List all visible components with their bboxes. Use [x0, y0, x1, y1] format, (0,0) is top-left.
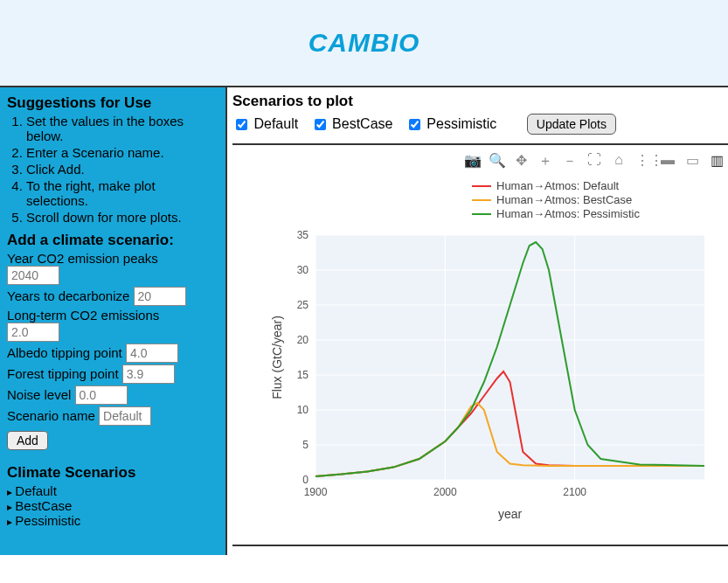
- chart[interactable]: 05101520253035190020002100yearFlux (GtC/…: [267, 174, 728, 527]
- main-panel: Scenarios to plot Default BestCase Pessi…: [227, 87, 728, 555]
- update-plots-button[interactable]: Update Plots: [527, 114, 616, 135]
- svg-text:2100: 2100: [563, 486, 586, 498]
- checkbox-default-input[interactable]: [236, 119, 247, 130]
- checkbox-bestcase-input[interactable]: [315, 119, 326, 130]
- scenarios-list: Default BestCase Pessimistic: [7, 483, 218, 528]
- checkbox-default[interactable]: Default: [232, 116, 302, 131]
- year-peak-input[interactable]: [7, 266, 59, 285]
- suggestion-item: Scroll down for more plots.: [26, 210, 218, 225]
- svg-text:0: 0: [302, 474, 309, 486]
- hover-icon[interactable]: ▬: [660, 152, 676, 170]
- scenario-item[interactable]: BestCase: [7, 498, 218, 513]
- lt-emissions-input[interactable]: [7, 323, 59, 342]
- svg-text:10: 10: [297, 404, 309, 416]
- plot-toolbar: 📷 🔍 ✥ ＋ － ⛶ ⌂ ⋮⋮ ▬ ▭ ▥: [232, 145, 728, 174]
- svg-text:25: 25: [297, 299, 309, 311]
- add-scenario-heading: Add a climate scenario:: [7, 232, 218, 249]
- scenario-item[interactable]: Default: [7, 483, 218, 498]
- svg-text:30: 30: [297, 264, 309, 276]
- albedo-input[interactable]: [126, 344, 178, 363]
- app-title: CAMBIO: [309, 28, 420, 58]
- scenario-name-label: Scenario name: [7, 408, 95, 423]
- checkbox-pessimistic[interactable]: Pessimistic: [406, 116, 501, 131]
- svg-text:Flux  (GtC/year): Flux (GtC/year): [270, 316, 284, 399]
- years-decarb-input[interactable]: [134, 287, 186, 306]
- svg-text:15: 15: [297, 369, 309, 381]
- checkbox-pessimistic-input[interactable]: [409, 119, 420, 130]
- scenario-item[interactable]: Pessimistic: [7, 513, 218, 528]
- forest-input[interactable]: [122, 364, 175, 384]
- svg-text:2000: 2000: [433, 486, 457, 498]
- plotly-icon[interactable]: ▥: [709, 152, 725, 170]
- zoom-in-icon[interactable]: ＋: [537, 152, 553, 170]
- albedo-label: Albedo tipping point: [7, 345, 122, 360]
- scenarios-to-plot-heading: Scenarios to plot: [232, 93, 728, 110]
- svg-text:year: year: [498, 507, 523, 521]
- svg-text:35: 35: [297, 229, 309, 241]
- zoom-out-icon[interactable]: －: [562, 152, 578, 170]
- svg-text:5: 5: [302, 439, 309, 451]
- suggestions-list: Set the values in the boxes below. Enter…: [7, 114, 218, 225]
- lt-emissions-label: Long-term CO2 emissions: [7, 308, 159, 323]
- camera-icon[interactable]: 📷: [464, 152, 480, 170]
- suggestion-item: Click Add.: [26, 162, 218, 177]
- suggestions-heading: Suggestions for Use: [7, 94, 218, 112]
- suggestion-item: Set the values in the boxes below.: [26, 114, 218, 143]
- sidebar: Suggestions for Use Set the values in th…: [0, 87, 227, 555]
- add-button[interactable]: Add: [7, 431, 48, 450]
- header: CAMBIO: [0, 0, 728, 87]
- svg-rect-0: [315, 235, 704, 480]
- scenarios-heading: Climate Scenarios: [7, 464, 218, 482]
- noise-input[interactable]: [75, 385, 128, 405]
- year-peak-label: Year CO2 emission peaks: [7, 251, 158, 266]
- suggestion-item: To the right, make plot selections.: [26, 178, 218, 208]
- autoscale-icon[interactable]: ⛶: [586, 152, 602, 170]
- noise-label: Noise level: [7, 387, 71, 402]
- forest-label: Forest tipping point: [7, 366, 119, 381]
- zoom-icon[interactable]: 🔍: [489, 152, 504, 170]
- spike-icon[interactable]: ⋮⋮: [635, 152, 651, 170]
- suggestion-item: Enter a Scenario name.: [26, 145, 218, 160]
- pan-icon[interactable]: ✥: [513, 152, 529, 170]
- svg-text:1900: 1900: [304, 486, 328, 498]
- scenario-name-input[interactable]: [99, 406, 151, 426]
- compare-icon[interactable]: ▭: [684, 152, 700, 170]
- years-decarb-label: Years to decarbonize: [7, 288, 129, 303]
- svg-text:20: 20: [297, 334, 309, 346]
- checkbox-bestcase[interactable]: BestCase: [311, 116, 397, 131]
- home-icon[interactable]: ⌂: [611, 152, 627, 170]
